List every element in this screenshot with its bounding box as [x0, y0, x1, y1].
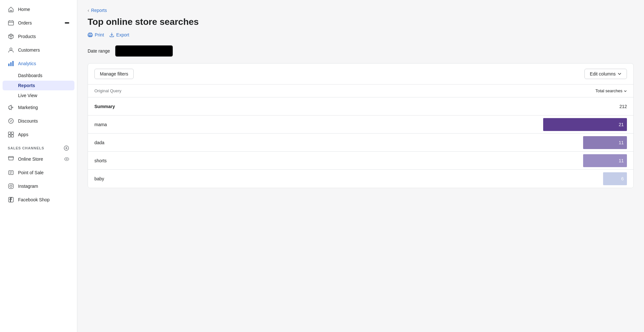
sidebar-item-analytics[interactable]: Analytics — [3, 57, 74, 70]
table-row: baby 6 — [88, 170, 633, 188]
sidebar-item-discounts[interactable]: Discounts — [3, 115, 74, 127]
sidebar-item-discounts-label: Discounts — [18, 118, 38, 124]
sidebar-item-products[interactable]: Products — [3, 30, 74, 43]
sidebar-item-point-of-sale[interactable]: Point of Sale — [3, 166, 74, 179]
sidebar-item-facebook-shop-label: Facebook Shop — [18, 197, 50, 202]
svg-rect-9 — [11, 135, 14, 137]
svg-point-1 — [10, 48, 12, 50]
instagram-icon — [8, 183, 14, 189]
filter-row: Date range — [88, 45, 634, 57]
customers-icon — [8, 47, 14, 53]
row-query-label: baby — [94, 172, 603, 186]
row-bar: 11 — [583, 136, 627, 149]
sidebar-item-apps[interactable]: Apps — [3, 128, 74, 141]
orders-icon — [8, 20, 14, 26]
svg-rect-8 — [8, 135, 11, 137]
print-icon — [88, 32, 93, 37]
export-button[interactable]: Export — [109, 31, 129, 39]
svg-point-15 — [12, 185, 13, 185]
online-store-eye-icon[interactable] — [64, 156, 69, 162]
sidebar-item-home-label: Home — [18, 7, 30, 12]
sidebar-sub-reports[interactable]: Reports — [3, 81, 74, 90]
sales-channels-section: SALES CHANNELS — [0, 141, 77, 152]
sidebar-item-orders[interactable]: Orders — [3, 16, 74, 29]
row-bar: 11 — [583, 154, 627, 167]
summary-value: 212 — [608, 104, 627, 109]
point-of-sale-icon — [8, 169, 14, 176]
sidebar-sub-live-view[interactable]: Live View — [3, 91, 74, 100]
date-range-label: Date range — [88, 48, 110, 54]
sort-icon — [624, 89, 627, 93]
data-rows-container: mama 21 dada 11 shorts 11 baby 6 — [88, 116, 633, 188]
sidebar-item-orders-label: Orders — [18, 20, 32, 25]
svg-point-14 — [10, 185, 12, 187]
manage-filters-label: Manage filters — [100, 71, 128, 76]
svg-rect-3 — [10, 62, 12, 66]
summary-label: Summary — [94, 99, 608, 114]
table-row: shorts 11 — [88, 152, 633, 170]
print-button[interactable]: Print — [88, 31, 104, 39]
add-sales-channel-icon[interactable] — [63, 145, 69, 151]
breadcrumb[interactable]: ‹ Reports — [88, 8, 634, 13]
orders-badge — [65, 22, 69, 24]
svg-rect-0 — [8, 21, 14, 25]
sidebar-item-point-of-sale-label: Point of Sale — [18, 170, 43, 175]
row-value: 6 — [621, 176, 624, 181]
edit-columns-button[interactable]: Edit columns — [584, 69, 627, 79]
svg-rect-7 — [11, 132, 14, 134]
sidebar-item-apps-label: Apps — [18, 132, 28, 137]
facebook-shop-icon — [8, 196, 14, 203]
sidebar-item-analytics-label: Analytics — [18, 61, 36, 66]
online-store-icon — [8, 156, 14, 162]
svg-rect-6 — [8, 132, 11, 134]
sidebar-item-marketing-label: Marketing — [18, 105, 38, 110]
sidebar-item-customers[interactable]: Customers — [3, 44, 74, 56]
row-value: 11 — [619, 158, 624, 163]
discounts-icon — [8, 118, 14, 124]
sidebar-item-online-store-label: Online Store — [18, 156, 43, 162]
marketing-icon — [8, 104, 14, 111]
col-header-searches[interactable]: Total searches — [595, 88, 627, 93]
page-title: Top online store searches — [88, 17, 634, 27]
breadcrumb-label: Reports — [91, 8, 107, 13]
row-query-label: mama — [94, 117, 543, 132]
sidebar-item-facebook-shop[interactable]: Facebook Shop — [3, 193, 74, 206]
table-header: Original Query Total searches — [88, 85, 633, 97]
row-query-label: dada — [94, 136, 583, 150]
print-label: Print — [95, 32, 104, 37]
sidebar-item-marketing[interactable]: Marketing — [3, 101, 74, 114]
sidebar: Home Orders Products — [0, 0, 77, 332]
manage-filters-button[interactable]: Manage filters — [94, 69, 134, 79]
analytics-sub-items: Dashboards Reports Live View — [0, 70, 77, 101]
action-bar: Print Export — [88, 31, 634, 39]
sidebar-item-products-label: Products — [18, 34, 36, 39]
apps-icon — [8, 131, 14, 138]
svg-point-11 — [66, 158, 67, 160]
date-range-input[interactable] — [115, 45, 173, 57]
col-header-query: Original Query — [94, 88, 121, 93]
table-row: mama 21 — [88, 116, 633, 134]
analytics-icon — [8, 60, 14, 67]
table-toolbar: Manage filters Edit columns — [88, 64, 633, 85]
sidebar-item-online-store[interactable]: Online Store — [3, 153, 74, 166]
table-row-summary: Summary 212 — [88, 97, 633, 116]
edit-columns-label: Edit columns — [590, 71, 616, 76]
table-card: Manage filters Edit columns Original Que… — [88, 63, 634, 188]
home-icon — [8, 6, 14, 13]
svg-rect-13 — [9, 184, 14, 189]
sidebar-item-instagram[interactable]: Instagram — [3, 180, 74, 193]
row-bar: 21 — [543, 118, 627, 131]
table-row: dada 11 — [88, 134, 633, 152]
export-icon — [109, 32, 114, 37]
row-value: 11 — [619, 140, 624, 145]
sidebar-sub-dashboards[interactable]: Dashboards — [3, 71, 74, 80]
breadcrumb-chevron-icon: ‹ — [88, 8, 89, 13]
row-query-label: shorts — [94, 154, 583, 168]
products-icon — [8, 33, 14, 40]
sidebar-item-instagram-label: Instagram — [18, 184, 38, 189]
sidebar-item-home[interactable]: Home — [3, 3, 74, 16]
svg-rect-2 — [8, 64, 10, 66]
chevron-down-icon — [618, 72, 621, 76]
row-bar: 6 — [603, 172, 627, 185]
sidebar-item-customers-label: Customers — [18, 47, 40, 53]
